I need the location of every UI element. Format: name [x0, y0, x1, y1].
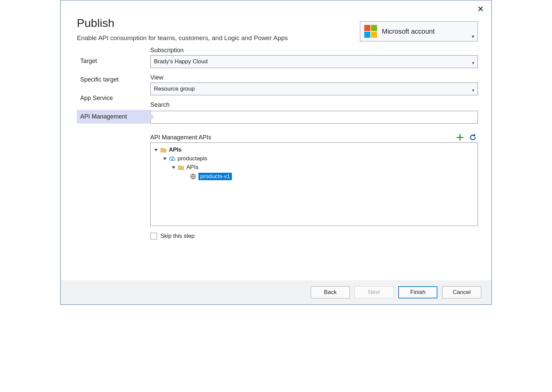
folder-icon — [160, 146, 167, 153]
account-label: Microsoft account — [382, 28, 473, 35]
sidebar-item-api-management[interactable]: API Management — [77, 110, 150, 124]
dialog-title: Publish — [77, 17, 288, 30]
close-icon[interactable]: ✕ — [477, 5, 484, 13]
back-button[interactable]: Back — [311, 286, 350, 298]
finish-button[interactable]: Finish — [398, 286, 437, 298]
sidebar-item-label: Specific target — [80, 76, 119, 83]
wizard-steps-sidebar: Target Specific target App Service API M… — [77, 47, 150, 280]
title-block: Publish Enable API consumption for teams… — [77, 17, 288, 42]
dialog-body: Target Specific target App Service API M… — [61, 42, 491, 280]
tree-node[interactable]: APIs — [153, 163, 476, 172]
form-area: Subscription Brady's Happy Cloud ▾ View … — [150, 47, 478, 280]
skip-row: Skip this step — [150, 233, 478, 239]
chevron-down-icon: ▾ — [472, 34, 474, 39]
plus-icon[interactable] — [456, 134, 464, 141]
next-button: Next — [355, 286, 394, 298]
sidebar-item-label: App Service — [80, 95, 113, 101]
sidebar-item-label: API Management — [80, 113, 127, 120]
tree-node[interactable]: APIs — [153, 145, 476, 154]
dialog-footer: Back Next Finish Cancel — [61, 280, 491, 304]
subscription-label: Subscription — [150, 47, 478, 54]
sidebar-item-specific-target[interactable]: Specific target — [77, 73, 150, 87]
expand-arrow-icon[interactable] — [153, 147, 159, 153]
expand-arrow-icon[interactable] — [162, 156, 167, 161]
chevron-down-icon: ▾ — [472, 88, 474, 93]
sidebar-item-label: Target — [80, 58, 97, 64]
subscription-group: Subscription Brady's Happy Cloud ▾ — [150, 47, 478, 68]
chevron-down-icon: ▾ — [472, 61, 474, 65]
subscription-value: Brady's Happy Cloud — [154, 58, 208, 65]
search-label: Search — [150, 101, 478, 108]
tree-node-label: productapis — [178, 155, 207, 162]
dialog-subtitle: Enable API consumption for teams, custom… — [77, 34, 288, 42]
view-value: Resource group — [154, 86, 195, 92]
folder-icon — [178, 164, 184, 171]
sidebar-item-target[interactable]: Target — [77, 54, 150, 68]
skip-checkbox[interactable] — [150, 233, 157, 239]
tree-node[interactable]: products-v1 — [153, 172, 476, 181]
microsoft-logo-icon — [364, 25, 377, 38]
api-tree[interactable]: APIsproductapisAPIsproducts-v1 — [150, 142, 478, 226]
publish-dialog: ✕ Publish Enable API consumption for tea… — [60, 0, 492, 305]
globe-icon — [190, 173, 196, 180]
search-input[interactable] — [150, 111, 478, 124]
account-selector[interactable]: Microsoft account ▾ — [360, 21, 478, 41]
api-management-apis-label: API Management APIs — [150, 134, 456, 141]
cloud-icon — [169, 155, 176, 162]
dialog-header: Publish Enable API consumption for teams… — [61, 0, 491, 42]
apis-actions — [456, 134, 477, 141]
apis-header: API Management APIs — [150, 134, 478, 141]
tree-node-label: products-v1 — [198, 173, 232, 180]
tree-node-label: APIs — [186, 164, 198, 171]
tree-node[interactable]: productapis — [153, 154, 476, 163]
cancel-button[interactable]: Cancel — [442, 286, 481, 298]
skip-label: Skip this step — [160, 233, 194, 239]
expand-arrow-icon — [183, 174, 188, 179]
tree-node-label: APIs — [169, 146, 182, 153]
view-label: View — [150, 74, 478, 81]
refresh-icon[interactable] — [469, 134, 477, 141]
search-group: Search — [150, 101, 478, 124]
view-select[interactable]: Resource group ▾ — [150, 83, 478, 95]
sidebar-item-app-service[interactable]: App Service — [77, 91, 150, 105]
view-group: View Resource group ▾ — [150, 74, 478, 95]
expand-arrow-icon[interactable] — [171, 165, 176, 170]
subscription-select[interactable]: Brady's Happy Cloud ▾ — [150, 55, 478, 68]
